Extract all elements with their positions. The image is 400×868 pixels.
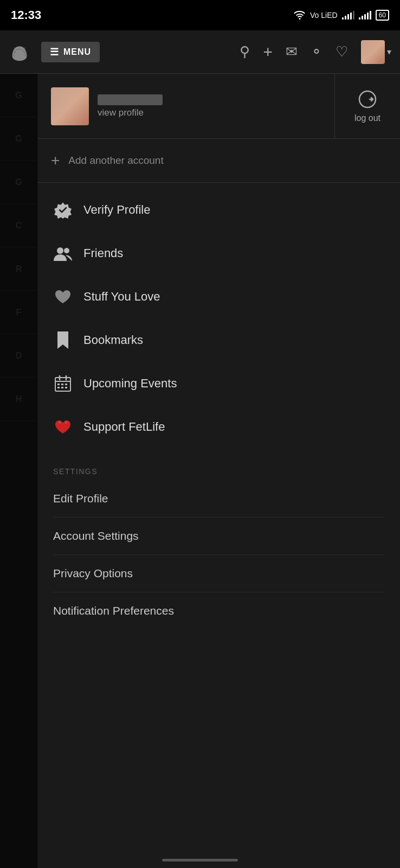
bookmark-icon [53,330,73,350]
support-fetlife-label: Support FetLife [83,420,165,434]
support-icon [53,417,73,437]
user-avatar-nav[interactable] [361,40,385,64]
calendar-icon [53,374,73,393]
menu-item-stuff-you-love[interactable]: Stuff You Love [38,275,400,318]
svg-point-2 [64,248,69,253]
logout-label[interactable]: log out [354,113,380,123]
menu-button[interactable]: ☰ MENU [41,42,100,62]
view-profile-link[interactable]: view profile [98,107,163,118]
menu-item-bookmarks[interactable]: Bookmarks [38,318,400,362]
nav-icons: ⚲ + ✉ ⚬ ♡ ▾ [240,40,391,64]
settings-account-settings[interactable]: Account Settings [53,517,385,554]
signal-bars-r [342,11,354,20]
add-account-row[interactable]: + Add another account [38,139,400,183]
svg-rect-4 [57,384,60,385]
status-time: 12:33 [11,8,41,22]
add-icon[interactable]: + [263,43,273,61]
profile-username-blurred [98,94,163,105]
verify-icon [53,200,73,220]
mail-icon[interactable]: ✉ [286,43,298,60]
svg-rect-8 [61,387,63,388]
friends-label: Friends [83,246,123,260]
menu-item-friends[interactable]: Friends [38,232,400,275]
friends-icon [53,244,73,263]
user-icon[interactable]: ⚬ [311,43,322,60]
add-account-label: Add another account [68,155,163,167]
settings-edit-profile[interactable]: Edit Profile [53,480,385,517]
bookmarks-label: Bookmarks [83,333,143,347]
svg-rect-7 [57,387,60,388]
profile-info: view profile [98,94,163,118]
verify-profile-label: Verify Profile [83,203,151,217]
avatar-dropdown-arrow[interactable]: ▾ [387,47,391,57]
settings-notification-preferences[interactable]: Notification Preferences [53,592,385,629]
settings-items: Edit Profile Account Settings Privacy Op… [53,480,385,629]
profile-left[interactable]: view profile [38,74,335,138]
add-account-icon: + [51,152,60,169]
profile-section: view profile log out [38,74,400,139]
svg-rect-5 [61,384,63,385]
upcoming-events-label: Upcoming Events [83,376,177,391]
bell-icon[interactable]: ♡ [336,43,348,60]
nav-bar: ☰ MENU ⚲ + ✉ ⚬ ♡ ▾ [0,30,400,74]
heart-icon [53,287,73,307]
menu-item-support-fetlife[interactable]: Support FetLife [38,405,400,449]
profile-avatar [51,87,89,125]
status-icons: Vo LiED 60 [294,10,389,21]
stuff-you-love-label: Stuff You Love [83,290,160,304]
hamburger-icon: ☰ [50,46,59,58]
logout-button[interactable]: log out [335,74,400,138]
vo-icon: Vo LiED [310,11,338,20]
logout-icon [358,90,377,109]
svg-rect-9 [65,387,67,388]
sidebar-menu-panel: view profile log out + Add another accou… [38,74,400,868]
settings-privacy-options[interactable]: Privacy Options [53,554,385,592]
wifi-icon [294,11,306,20]
svg-point-1 [57,247,63,254]
signal-bars-2 [359,11,371,20]
settings-section: SETTINGS Edit Profile Account Settings P… [38,454,400,634]
fetlife-logo [9,41,30,63]
menu-item-verify-profile[interactable]: Verify Profile [38,188,400,232]
svg-rect-6 [65,384,67,385]
home-indicator [162,859,238,861]
battery-icon: 60 [376,10,389,21]
status-bar: 12:33 Vo LiED 60 [0,0,400,30]
search-icon[interactable]: ⚲ [240,43,250,60]
menu-item-upcoming-events[interactable]: Upcoming Events [38,362,400,405]
settings-heading: SETTINGS [53,467,385,476]
menu-items-list: Verify Profile Friends Stuff You Love [38,183,400,454]
logo-icon [10,42,29,62]
